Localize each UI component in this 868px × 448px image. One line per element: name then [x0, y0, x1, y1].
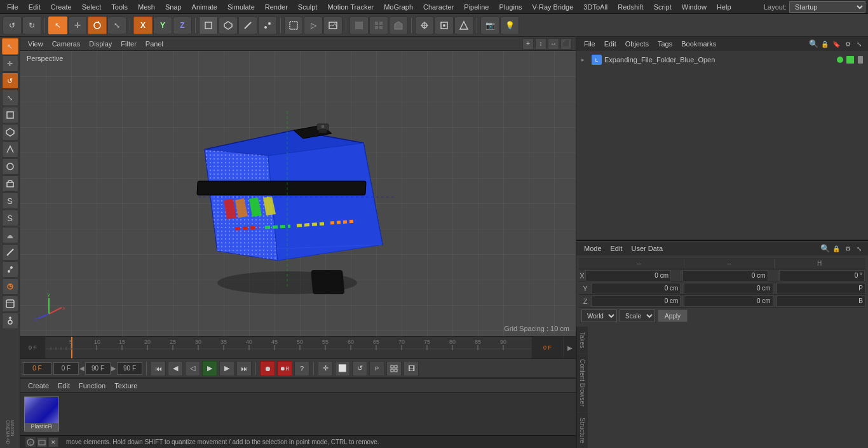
menu-script[interactable]: Script: [649, 2, 676, 12]
menu-select[interactable]: Select: [78, 2, 106, 12]
rotate-pb-button[interactable]: ↺: [352, 361, 367, 376]
timeline-end-arrow[interactable]: ▶: [563, 336, 576, 359]
attr-menu-edit[interactable]: Edit: [607, 244, 627, 253]
snap2-button[interactable]: [435, 17, 454, 34]
coord-z-scale-input[interactable]: [776, 295, 865, 307]
menu-mograph[interactable]: MoGraph: [379, 2, 417, 12]
poly-mode-button[interactable]: [219, 17, 238, 34]
tool15-button[interactable]: [2, 278, 18, 295]
play-button[interactable]: ▶: [202, 361, 217, 376]
vp-icon-4[interactable]: ⬛: [560, 38, 572, 50]
coord-y-pos-input[interactable]: [592, 283, 681, 294]
tool8-button[interactable]: [2, 158, 18, 175]
scale-pb-button[interactable]: ⬜: [335, 361, 350, 376]
vp-menu-panel[interactable]: Panel: [142, 39, 167, 48]
menu-pipeline[interactable]: Pipeline: [459, 2, 493, 12]
render-view-button[interactable]: ▷: [304, 17, 323, 34]
y-axis-button[interactable]: Y: [153, 17, 172, 34]
attr-settings-icon[interactable]: ⚙: [843, 243, 853, 254]
tool16-button[interactable]: [2, 295, 18, 312]
prev-frame-button[interactable]: ◀: [168, 361, 183, 376]
render-pic-button[interactable]: [323, 17, 342, 34]
undo-button[interactable]: ↺: [3, 17, 22, 34]
menu-animate[interactable]: Animate: [187, 2, 222, 12]
vtab-content-browser[interactable]: Content Browser: [577, 354, 588, 412]
menu-sculpt[interactable]: Sculpt: [294, 2, 322, 12]
attr-menu-mode[interactable]: Mode: [580, 244, 606, 253]
status-icon-2[interactable]: [37, 437, 47, 447]
coord-z-rot-input[interactable]: [684, 295, 773, 307]
frame-start-input[interactable]: [23, 362, 51, 375]
next-frame-button[interactable]: ▶: [219, 361, 234, 376]
pla-button[interactable]: P: [369, 361, 384, 376]
attr-expand-icon[interactable]: ⤡: [854, 243, 864, 254]
menu-create[interactable]: Create: [46, 2, 76, 12]
bot-menu-edit[interactable]: Edit: [54, 381, 74, 390]
menu-mesh[interactable]: Mesh: [133, 2, 159, 12]
vtab-takes[interactable]: Takes: [577, 327, 588, 354]
redo-button[interactable]: ↻: [22, 17, 41, 34]
om-menu-file[interactable]: File: [580, 39, 599, 48]
tool17-button[interactable]: [2, 313, 18, 329]
bot-menu-function[interactable]: Function: [75, 381, 109, 390]
frame-current-input[interactable]: [53, 362, 79, 375]
coord-y-rot-input[interactable]: [684, 283, 773, 294]
vp-icon-2[interactable]: ↕: [535, 38, 546, 50]
snap-button[interactable]: [415, 17, 434, 34]
menu-character[interactable]: Character: [419, 2, 458, 12]
attr-menu-user-data[interactable]: User Data: [628, 244, 667, 253]
vp-menu-filter[interactable]: Filter: [117, 39, 140, 48]
point-mode-button[interactable]: [258, 17, 277, 34]
viewport-single-button[interactable]: [349, 17, 369, 34]
attr-lock-icon[interactable]: 🔒: [831, 243, 841, 254]
menu-file[interactable]: File: [3, 2, 23, 12]
tool14-button[interactable]: [2, 261, 18, 278]
status-icon-3[interactable]: ✕: [48, 437, 58, 447]
om-settings-icon[interactable]: ⚙: [843, 39, 853, 49]
object-row-folder[interactable]: ▸ L Expanding_File_Folder_Blue_Open: [579, 53, 865, 66]
om-menu-tags[interactable]: Tags: [654, 39, 676, 48]
move-pb-button[interactable]: ✛: [318, 361, 333, 376]
viewport-quad-button[interactable]: [369, 17, 388, 34]
vp-menu-view[interactable]: View: [24, 39, 47, 48]
keyframe-button[interactable]: ?: [294, 361, 309, 376]
om-menu-objects[interactable]: Objects: [621, 39, 653, 48]
film-pb-button[interactable]: 🎞: [403, 361, 419, 376]
object-mode-button[interactable]: [199, 17, 218, 34]
bot-menu-texture[interactable]: Texture: [111, 381, 141, 390]
om-menu-edit[interactable]: Edit: [600, 39, 620, 48]
om-search-icon[interactable]: 🔍: [808, 39, 818, 49]
timeline-ruler[interactable]: 5 10 15 20 25 30 35 40 45 50 55 60 65 70…: [46, 336, 531, 359]
menu-window[interactable]: Window: [677, 2, 711, 12]
coord-x-pos-input[interactable]: [585, 270, 671, 282]
snap3-button[interactable]: [454, 17, 473, 34]
move-tool-button[interactable]: ✛: [68, 17, 87, 34]
attr-search-icon[interactable]: 🔍: [820, 243, 830, 254]
tool9-button[interactable]: [2, 175, 18, 192]
menu-simulate[interactable]: Simulate: [223, 2, 259, 12]
menu-edit[interactable]: Edit: [24, 2, 45, 12]
om-expand-icon[interactable]: ⤡: [854, 39, 864, 49]
vp-icon-1[interactable]: +: [522, 38, 534, 50]
menu-motion-tracker[interactable]: Motion Tracker: [323, 2, 378, 12]
frame-end-input[interactable]: [85, 362, 111, 375]
om-bookmark-icon[interactable]: 🔖: [831, 39, 841, 49]
layout-dropdown[interactable]: Startup: [789, 1, 865, 13]
menu-help[interactable]: Help: [712, 2, 736, 12]
material-swatch-1[interactable]: PlasticFi: [24, 397, 59, 431]
play-reverse-button[interactable]: ◁: [185, 361, 200, 376]
record-sel-button[interactable]: ⏺R: [277, 361, 292, 376]
z-axis-button[interactable]: Z: [173, 17, 192, 34]
tool7-button[interactable]: [2, 141, 18, 158]
menu-plugins[interactable]: Plugins: [494, 2, 526, 12]
world-dropdown[interactable]: World: [581, 309, 617, 322]
light-button[interactable]: 💡: [500, 17, 519, 34]
menu-vray-bridge[interactable]: V-Ray Bridge: [528, 2, 578, 12]
coord-x-rot-input[interactable]: [682, 270, 768, 282]
grid-pb-button[interactable]: [386, 361, 402, 376]
scale-tool-button[interactable]: ⤡: [107, 17, 126, 34]
coord-x-scale-input[interactable]: [779, 270, 865, 282]
tool6-button[interactable]: [2, 124, 18, 140]
menu-3dtoall[interactable]: 3DToAll: [579, 2, 612, 12]
tool5-button[interactable]: [2, 107, 18, 123]
